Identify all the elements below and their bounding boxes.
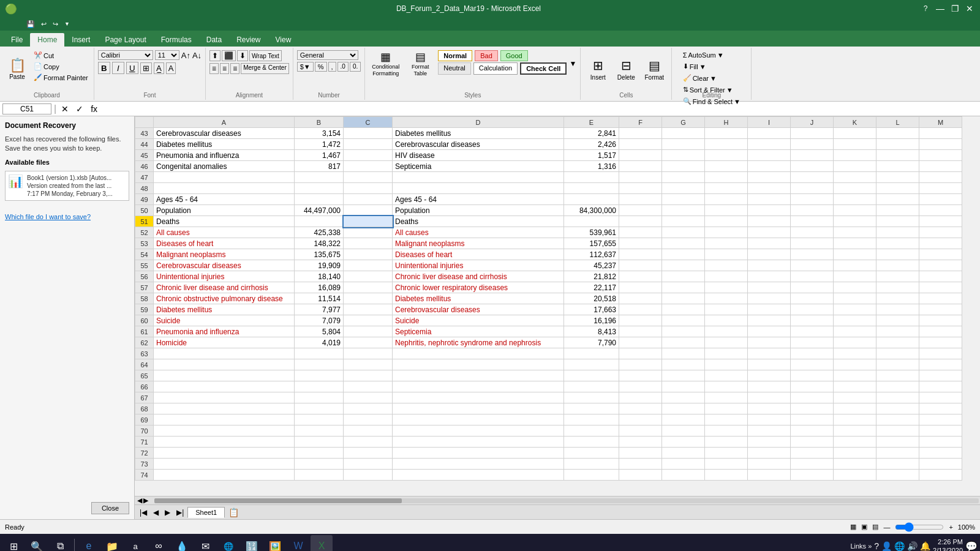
cell-i[interactable] <box>748 381 791 392</box>
cell-f[interactable] <box>619 326 662 337</box>
cell-l[interactable] <box>876 194 919 205</box>
cell-a[interactable]: Diabetes mellitus <box>154 304 295 315</box>
cell-j[interactable] <box>791 183 834 194</box>
cell-h[interactable] <box>705 139 748 150</box>
cell-d[interactable]: Unintentional injuries <box>393 260 564 271</box>
decrease-decimal-btn[interactable]: 0. <box>350 62 361 72</box>
cell-f[interactable] <box>619 183 662 194</box>
list-item[interactable]: 📊 Book1 (version 1).xlsb [Autos... Versi… <box>5 171 129 201</box>
cell-d[interactable] <box>393 359 564 370</box>
cell-b[interactable]: 11,514 <box>295 293 344 304</box>
cell-m[interactable] <box>919 403 962 414</box>
cell-l[interactable] <box>876 403 919 414</box>
cell-m[interactable] <box>919 359 962 370</box>
cell-d[interactable] <box>393 437 564 448</box>
cell-d[interactable] <box>393 348 564 359</box>
cell-l[interactable] <box>876 437 919 448</box>
cell-a[interactable]: Diseases of heart <box>154 238 295 249</box>
percent-btn[interactable]: % <box>315 62 327 72</box>
cell-i[interactable] <box>748 315 791 326</box>
cell-k[interactable] <box>834 437 876 448</box>
cell-d[interactable]: Ages 45 - 64 <box>393 194 564 205</box>
cell-d[interactable] <box>393 425 564 437</box>
cell-h[interactable] <box>705 370 748 381</box>
cell-c[interactable] <box>344 194 393 205</box>
cell-l[interactable] <box>876 370 919 381</box>
scroll-left-btn[interactable]: ◀ <box>137 497 142 504</box>
cell-c[interactable] <box>344 470 393 481</box>
col-header-h[interactable]: H <box>705 117 748 128</box>
cell-f[interactable] <box>619 161 662 172</box>
cell-h[interactable] <box>705 282 748 293</box>
cell-k[interactable] <box>834 139 876 150</box>
cell-m[interactable] <box>919 392 962 403</box>
cell-e[interactable] <box>564 392 619 403</box>
cell-k[interactable] <box>834 183 876 194</box>
sheet-table-wrapper[interactable]: A B C D E F G H I J K L M <box>135 116 980 496</box>
font-size-select[interactable]: 11 <box>155 50 179 60</box>
cell-e[interactable]: 1,316 <box>564 161 619 172</box>
cell-a[interactable]: Ages 45 - 64 <box>154 194 295 205</box>
cell-m[interactable] <box>919 337 962 348</box>
style-bad-btn[interactable]: Bad <box>475 50 498 61</box>
cell-f[interactable] <box>619 238 662 249</box>
cell-g[interactable] <box>662 448 705 459</box>
cell-f[interactable] <box>619 304 662 315</box>
cell-g[interactable] <box>662 271 705 282</box>
wrap-text-btn[interactable]: Wrap Text <box>249 50 282 61</box>
cell-g[interactable] <box>662 381 705 392</box>
styles-dropdown-btn[interactable]: ▼ <box>569 59 576 68</box>
cell-c[interactable] <box>344 150 393 161</box>
cell-b[interactable] <box>295 414 344 425</box>
cell-g[interactable] <box>662 459 705 470</box>
cell-i[interactable] <box>748 337 791 348</box>
cell-k[interactable] <box>834 392 876 403</box>
close-btn[interactable]: ✕ <box>964 3 975 14</box>
cell-c[interactable] <box>344 392 393 403</box>
cell-i[interactable] <box>748 271 791 282</box>
cell-c[interactable] <box>344 227 393 238</box>
cell-l[interactable] <box>876 337 919 348</box>
zoom-plus-btn[interactable]: + <box>949 523 952 531</box>
cell-j[interactable] <box>791 315 834 326</box>
align-top-btn[interactable]: ⬆ <box>209 50 221 61</box>
cell-g[interactable] <box>662 326 705 337</box>
cell-f[interactable] <box>619 282 662 293</box>
cell-f[interactable] <box>619 459 662 470</box>
cell-m[interactable] <box>919 293 962 304</box>
cell-l[interactable] <box>876 161 919 172</box>
cell-c[interactable] <box>344 128 393 139</box>
cell-k[interactable] <box>834 370 876 381</box>
restore-btn[interactable]: ❐ <box>949 3 960 14</box>
cell-i[interactable] <box>748 260 791 271</box>
italic-button[interactable]: I <box>112 62 124 74</box>
cell-c[interactable] <box>344 293 393 304</box>
cell-j[interactable] <box>791 282 834 293</box>
cell-k[interactable] <box>834 448 876 459</box>
cell-e[interactable] <box>564 470 619 481</box>
cell-b[interactable]: 5,804 <box>295 326 344 337</box>
cell-i[interactable] <box>748 359 791 370</box>
cell-g[interactable] <box>662 183 705 194</box>
tab-formulas[interactable]: Formulas <box>154 33 199 47</box>
conditional-formatting-btn[interactable]: ▦ Conditional Formatting <box>369 50 402 77</box>
cell-g[interactable] <box>662 172 705 183</box>
cell-j[interactable] <box>791 359 834 370</box>
cell-d[interactable] <box>393 470 564 481</box>
cell-c[interactable] <box>344 238 393 249</box>
cell-d[interactable]: HIV disease <box>393 150 564 161</box>
cell-i[interactable] <box>748 392 791 403</box>
bold-button[interactable]: B <box>98 62 110 74</box>
col-header-c[interactable]: C <box>344 117 393 128</box>
cell-f[interactable] <box>619 370 662 381</box>
loop-btn[interactable]: ∞ <box>148 535 170 551</box>
cell-e[interactable] <box>564 183 619 194</box>
cell-i[interactable] <box>748 459 791 470</box>
cell-g[interactable] <box>662 370 705 381</box>
cell-c[interactable] <box>344 437 393 448</box>
cell-k[interactable] <box>834 459 876 470</box>
dropbox-btn[interactable]: 💧 <box>171 535 193 551</box>
cell-l[interactable] <box>876 425 919 437</box>
cell-h[interactable] <box>705 337 748 348</box>
cell-m[interactable] <box>919 381 962 392</box>
